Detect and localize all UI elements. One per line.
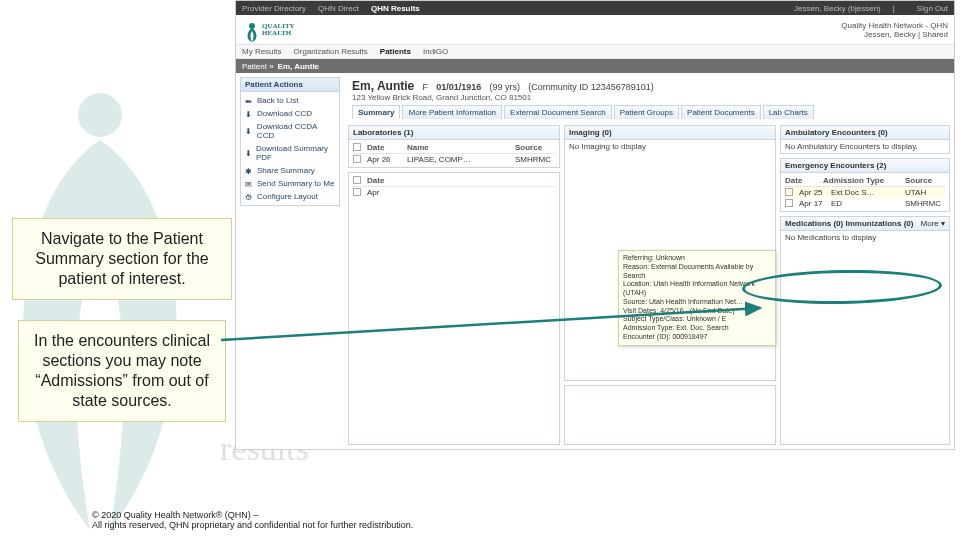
section-emergency: Emergency Encounters (2) Date Admission … <box>780 158 950 212</box>
patient-age: (99 yrs) <box>489 82 520 92</box>
subnav-org-results[interactable]: Organization Results <box>294 47 368 56</box>
empty-text: No Medications to display <box>781 231 949 244</box>
action-download-ccd[interactable]: ⬇Download CCD <box>241 107 339 120</box>
cell-type: ED <box>831 199 899 208</box>
action-configure-layout[interactable]: ⚙Configure Layout <box>241 190 339 203</box>
brand-right: Quality Health Network - QHN Jessen, Bec… <box>841 21 948 39</box>
cell-name: LIPASE, COMP… <box>407 155 509 164</box>
tabs: Summary More Patient Information Externa… <box>352 105 946 119</box>
tab-more-patient-info[interactable]: More Patient Information <box>402 105 502 119</box>
col-1: Laboratories (1) Date Name Source Apr 26… <box>348 125 560 445</box>
action-label: Download Summary PDF <box>256 144 335 162</box>
signout-link[interactable]: Sign Out <box>917 4 948 13</box>
breadcrumb: Patient » Em, Auntie <box>236 59 954 73</box>
nav-qhn-results[interactable]: QHN Results <box>371 4 420 13</box>
back-icon: ⬅ <box>245 97 253 105</box>
empty-text: No Ambulatory Encounters to display. <box>781 140 949 153</box>
col-3: Ambulatory Encounters (0) No Ambulatory … <box>780 125 950 445</box>
subnav-my-results[interactable]: My Results <box>242 47 282 56</box>
brand-right-2: Jessen, Becky | Shared <box>841 30 948 39</box>
tt-encounter-id: Encounter (ID): 000918497 <box>623 333 771 342</box>
col-date: Date <box>785 176 817 185</box>
cell-source: SMHRMC <box>515 155 555 164</box>
cell-type: Ext Doc S… <box>831 188 899 197</box>
col-source: Source <box>905 176 945 185</box>
breadcrumb-value: Em, Auntie <box>278 62 319 71</box>
callout-2: In the encounters clinical sections you … <box>18 320 226 422</box>
row-checkbox[interactable] <box>785 188 793 196</box>
tab-lab-charts[interactable]: Lab Charts <box>763 105 814 119</box>
tt-admission-type: Admission Type: Ext. Doc. Search <box>623 324 771 333</box>
action-label: Back to List <box>257 96 298 105</box>
action-label: Send Summary to Me <box>257 179 334 188</box>
action-label: Share Summary <box>257 166 315 175</box>
section-title: Ambulatory Encounters (0) <box>781 126 949 140</box>
row-checkbox[interactable] <box>785 199 793 207</box>
svg-point-0 <box>78 93 122 137</box>
more-link[interactable]: More ▾ <box>921 219 945 228</box>
row-checkbox[interactable] <box>353 155 361 163</box>
col-date: Date <box>367 143 401 152</box>
action-label: Download CCD <box>257 109 312 118</box>
tt-visit-dates: Visit Dates: 4/25/16 - (No End Date) <box>623 307 771 316</box>
tab-summary[interactable]: Summary <box>352 105 400 119</box>
nav-provider-directory[interactable]: Provider Directory <box>242 4 306 13</box>
action-send-summary[interactable]: ✉Send Summary to Me <box>241 177 339 190</box>
table-row[interactable]: Apr 25 Ext Doc S… UTAH <box>785 187 945 198</box>
cell-date: Apr <box>367 188 379 197</box>
section-ambulatory: Ambulatory Encounters (0) No Ambulatory … <box>780 125 950 154</box>
select-all-checkbox[interactable] <box>353 176 361 184</box>
top-user: Jessen, Becky (bjessen) <box>794 4 881 13</box>
top-nav: Provider Directory QHN Direct QHN Result… <box>236 1 954 15</box>
action-back-to-list[interactable]: ⬅Back to List <box>241 94 339 107</box>
tt-reason: Reason: External Documents Available by … <box>623 263 771 281</box>
slide-footer: © 2020 Quality Health Network® (QHN) – A… <box>92 510 413 530</box>
patient-address: 123 Yellow Brick Road, Grand Junction, C… <box>352 93 946 102</box>
footer-line-1: © 2020 Quality Health Network® (QHN) – <box>92 510 413 520</box>
patient-dob: 01/01/1916 <box>436 82 481 92</box>
subnav-patients[interactable]: Patients <box>380 47 411 56</box>
mail-icon: ✉ <box>245 180 253 188</box>
nav-qhn-direct[interactable]: QHN Direct <box>318 4 359 13</box>
sidebar-title: Patient Actions <box>241 78 339 92</box>
col-source: Source <box>515 143 555 152</box>
action-label: Download CCDA CCD <box>257 122 335 140</box>
col-name: Name <box>407 143 509 152</box>
patient-name: Em, Auntie <box>352 79 414 93</box>
select-all-checkbox[interactable] <box>353 143 361 151</box>
table-row[interactable]: Apr <box>353 187 555 198</box>
subnav-indigo[interactable]: IndiGO <box>423 47 448 56</box>
qhn-app: Provider Directory QHN Direct QHN Result… <box>235 0 955 450</box>
download-icon: ⬇ <box>245 127 253 135</box>
top-sep: | <box>893 4 895 13</box>
col-date: Date <box>367 176 384 185</box>
qhn-logo: QUALITY HEALTH <box>242 18 302 42</box>
tab-patient-groups[interactable]: Patient Groups <box>614 105 679 119</box>
sidebar: Patient Actions ⬅Back to List ⬇Download … <box>236 73 344 449</box>
brand-row: QUALITY HEALTH Quality Health Network - … <box>236 15 954 45</box>
tab-external-doc-search[interactable]: External Document Search <box>504 105 612 119</box>
cell-source: UTAH <box>905 188 945 197</box>
tt-location: Location: Utah Health Information Networ… <box>623 280 771 298</box>
breadcrumb-label: Patient » <box>242 62 274 71</box>
brand-right-1: Quality Health Network - QHN <box>841 21 948 30</box>
encounter-tooltip: Referring: Unknown Reason: External Docu… <box>618 250 776 346</box>
tt-subject-type: Subject Type/Class: Unknown / E <box>623 315 771 324</box>
table-row[interactable]: Apr 17 ED SMHRMC <box>785 198 945 209</box>
patient-header: Em, Auntie F 01/01/1916 (99 yrs) (Commun… <box>348 77 950 121</box>
tab-patient-documents[interactable]: Patient Documents <box>681 105 761 119</box>
patient-sex: F <box>422 82 428 92</box>
svg-text:HEALTH: HEALTH <box>262 29 292 37</box>
action-share-summary[interactable]: ✱Share Summary <box>241 164 339 177</box>
row-checkbox[interactable] <box>353 188 361 196</box>
action-download-ccda[interactable]: ⬇Download CCDA CCD <box>241 120 339 142</box>
section-laboratories: Laboratories (1) Date Name Source Apr 26… <box>348 125 560 168</box>
callout-1: Navigate to the Patient Summary section … <box>12 218 232 300</box>
cell-date: Apr 26 <box>367 155 401 164</box>
patient-community: (Community ID 123456789101) <box>528 82 654 92</box>
action-download-pdf[interactable]: ⬇Download Summary PDF <box>241 142 339 164</box>
section-title: Emergency Encounters (2) <box>781 159 949 173</box>
table-row[interactable]: Apr 26 LIPASE, COMP… SMHRMC <box>353 154 555 165</box>
empty-text: No Imaging to display <box>565 140 775 153</box>
bg-figure <box>0 60 270 540</box>
